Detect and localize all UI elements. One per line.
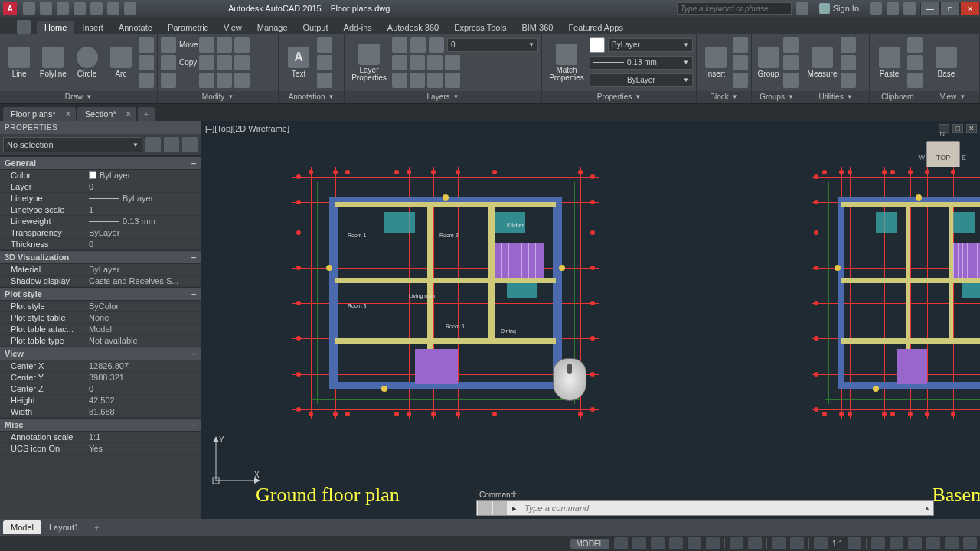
props-row[interactable]: Center Z0 xyxy=(0,383,201,395)
base-button[interactable]: Base xyxy=(929,41,963,85)
app-icon[interactable]: A xyxy=(3,2,17,15)
props-row[interactable]: TransparencyByLayer xyxy=(0,227,201,239)
status-grid-icon[interactable] xyxy=(614,537,628,549)
maximize-button[interactable]: □ xyxy=(940,2,960,15)
util1-icon[interactable] xyxy=(841,37,856,53)
layout-tab-model[interactable]: Model xyxy=(3,520,41,534)
copy-clip-icon[interactable] xyxy=(907,55,923,70)
arc-button[interactable]: Arc xyxy=(105,41,137,85)
group-button[interactable]: Group xyxy=(755,41,782,85)
panel-modify-title[interactable]: Modify xyxy=(202,91,224,103)
tab-home[interactable]: Home xyxy=(37,21,74,34)
erase-icon[interactable] xyxy=(234,37,250,53)
props-row[interactable]: Shadow displayCasts and Receives S... xyxy=(0,276,201,287)
search-input[interactable] xyxy=(677,2,792,15)
color-combo[interactable]: ByLayer▼ xyxy=(608,38,693,52)
props-row[interactable]: ColorByLayer xyxy=(0,170,201,181)
viewcube-e[interactable]: E xyxy=(962,154,966,161)
status-ws-icon[interactable] xyxy=(871,537,885,549)
app-menu-icon[interactable] xyxy=(17,20,31,34)
viewcube-n[interactable]: N xyxy=(918,130,966,138)
hatch-icon[interactable] xyxy=(139,73,154,88)
edit-block-icon[interactable] xyxy=(733,55,748,70)
props-row[interactable]: Annotation scale1:1 xyxy=(0,432,201,443)
tab-bim360[interactable]: BIM 360 xyxy=(514,21,560,34)
tab-insert[interactable]: Insert xyxy=(74,21,111,34)
layer-match-icon[interactable] xyxy=(392,55,407,70)
group-edit-icon[interactable] xyxy=(783,55,799,70)
dimension-icon[interactable] xyxy=(317,37,332,53)
tab-parametric[interactable]: Parametric xyxy=(160,21,216,34)
layout-tab-new[interactable]: + xyxy=(87,520,106,534)
tab-output[interactable]: Output xyxy=(296,21,336,34)
line-button[interactable]: Line xyxy=(3,41,35,85)
layer-combo[interactable]: 0▼ xyxy=(447,38,538,52)
util3-icon[interactable] xyxy=(841,73,856,88)
qat-undo-icon[interactable] xyxy=(107,2,119,15)
tab-addins[interactable]: Add-ins xyxy=(336,21,380,34)
select-objects-icon[interactable] xyxy=(182,137,198,152)
status-model[interactable]: MODEL xyxy=(570,539,610,549)
viewport-close-icon[interactable]: ✕ xyxy=(966,124,977,133)
fillet-icon[interactable] xyxy=(217,55,232,70)
status-polar-icon[interactable] xyxy=(669,537,683,549)
command-input[interactable] xyxy=(521,504,921,513)
props-row[interactable]: MaterialByLayer xyxy=(0,264,201,276)
tab-featured[interactable]: Featured Apps xyxy=(560,21,631,34)
panel-clipboard-title[interactable]: Clipboard xyxy=(881,91,914,103)
layer-uniso-icon[interactable] xyxy=(445,55,460,70)
tab-annotate[interactable]: Annotate xyxy=(111,21,160,34)
rotate-icon[interactable] xyxy=(199,37,214,53)
panel-view-title[interactable]: View xyxy=(940,91,957,103)
props-row[interactable]: Plot table typeNot available xyxy=(0,335,201,347)
status-2d-icon[interactable] xyxy=(790,537,804,549)
status-iso-icon[interactable] xyxy=(926,537,940,549)
lineweight-combo[interactable]: 0.13 mm▼ xyxy=(590,56,693,70)
file-tab-section[interactable]: Section*✕ xyxy=(77,107,136,121)
command-history-icon[interactable]: ▲ xyxy=(921,504,933,512)
scale-icon[interactable] xyxy=(199,73,214,88)
table-icon[interactable] xyxy=(317,73,332,88)
array-icon[interactable] xyxy=(217,73,232,88)
circle-button[interactable]: Circle xyxy=(71,41,103,85)
color-swatch-icon[interactable] xyxy=(590,37,605,53)
props-row[interactable]: Lineweight0.13 mm xyxy=(0,216,201,227)
file-tab-floorplans[interactable]: Floor plans*✕ xyxy=(3,107,76,121)
qat-save-icon[interactable] xyxy=(57,2,69,15)
util2-icon[interactable] xyxy=(841,55,856,70)
layer-lock2-icon[interactable] xyxy=(427,73,443,88)
selection-combo[interactable]: No selection▼ xyxy=(3,137,142,152)
insert-button[interactable]: Insert xyxy=(700,41,731,85)
props-row[interactable]: Plot styleByColor xyxy=(0,301,201,312)
text-button[interactable]: AText xyxy=(282,41,315,85)
status-ortho-icon[interactable] xyxy=(651,537,665,549)
layer-off-icon[interactable] xyxy=(392,73,407,88)
a360-icon[interactable] xyxy=(887,2,899,15)
props-row[interactable]: Plot table attac...Model xyxy=(0,324,201,335)
layer-properties-button[interactable]: LayerProperties xyxy=(348,41,390,85)
props-category[interactable]: Misc– xyxy=(0,418,201,432)
props-row[interactable]: LinetypeByLayer xyxy=(0,193,201,204)
panel-utilities-title[interactable]: Utilities xyxy=(818,91,843,103)
move-button[interactable]: Move xyxy=(161,37,198,53)
measure-button[interactable]: Measure xyxy=(805,41,839,85)
status-annoscale-icon[interactable] xyxy=(814,537,828,549)
props-row[interactable]: Center Y3988.321 xyxy=(0,372,201,383)
props-row[interactable]: Plot style tableNone xyxy=(0,312,201,324)
command-close-icon[interactable] xyxy=(478,501,492,515)
help-icon[interactable] xyxy=(903,2,916,15)
props-category[interactable]: General– xyxy=(0,156,201,170)
panel-groups-title[interactable]: Groups xyxy=(760,91,785,103)
pickadd-icon[interactable] xyxy=(164,137,179,152)
file-tab-new[interactable]: + xyxy=(138,107,155,121)
cut-icon[interactable] xyxy=(907,37,923,53)
qat-saveas-icon[interactable] xyxy=(74,2,86,15)
status-otrack-icon[interactable] xyxy=(706,537,720,549)
close-icon[interactable]: ✕ xyxy=(126,110,132,118)
status-transp-icon[interactable] xyxy=(748,537,762,549)
props-row[interactable]: Layer0 xyxy=(0,181,201,193)
quick-select-icon[interactable] xyxy=(145,137,161,152)
status-lw-icon[interactable] xyxy=(730,537,743,549)
tab-manage[interactable]: Manage xyxy=(250,21,296,34)
layer-iso-icon[interactable] xyxy=(427,55,443,70)
